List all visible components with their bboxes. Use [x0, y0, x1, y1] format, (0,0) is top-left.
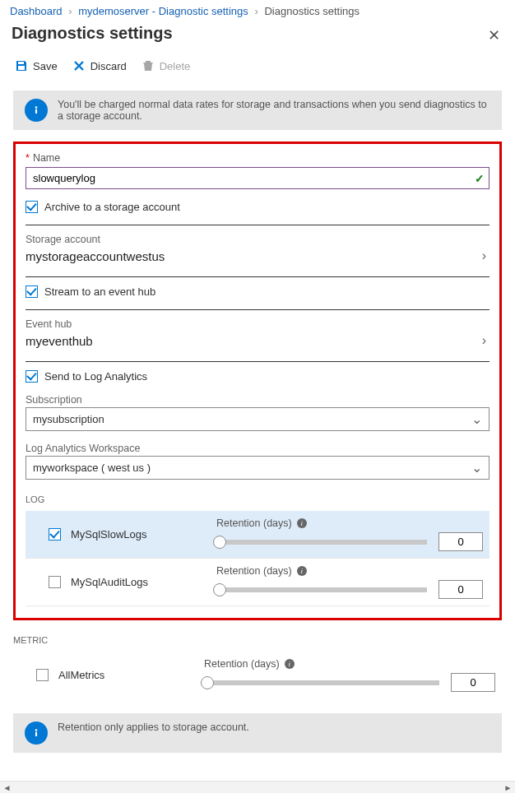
info-small-icon: i: [285, 659, 295, 669]
info-banner-bottom: Retention only applies to storage accoun…: [13, 713, 502, 753]
svg-point-2: [35, 729, 38, 731]
log-analytics-checkbox[interactable]: [26, 370, 38, 383]
workspace-label: Log Analytics Workspace: [26, 443, 489, 454]
workspace-value: myworkspace ( west us ): [33, 462, 151, 474]
horizontal-scrollbar[interactable]: ◄ ►: [0, 781, 515, 793]
name-label: *Name: [26, 152, 489, 164]
log-checkbox[interactable]: [49, 576, 61, 588]
delete-label: Delete: [160, 60, 191, 72]
storage-account-value: mystorageaccountwestus: [26, 249, 165, 263]
log-name: MySqlSlowLogs: [71, 528, 147, 541]
log-name: MySqlAuditLogs: [71, 576, 148, 588]
chevron-down-icon: ⌄: [471, 411, 482, 427]
info-text: You'll be charged normal data rates for …: [58, 99, 490, 122]
chevron-down-icon: ⌄: [471, 460, 482, 476]
log-row: MySqlSlowLogs Retention (days) i: [26, 511, 489, 559]
stream-checkbox[interactable]: [26, 285, 38, 298]
highlighted-region: *Name ✓ Archive to a storage account Sto…: [13, 142, 502, 620]
info-icon: [25, 722, 48, 745]
storage-account-picker[interactable]: mystorageaccountwestus ›: [26, 247, 489, 271]
log-analytics-label: Send to Log Analytics: [44, 370, 147, 383]
breadcrumb: Dashboard › mydemoserver - Diagnostic se…: [0, 0, 515, 21]
storage-account-label: Storage account: [26, 234, 489, 245]
subscription-value: mysubscription: [33, 413, 104, 425]
archive-checkbox[interactable]: [26, 201, 38, 213]
log-section-heading: LOG: [26, 494, 489, 504]
retention-slider[interactable]: [204, 680, 439, 685]
info-small-icon: i: [297, 566, 307, 576]
archive-label: Archive to a storage account: [44, 201, 180, 213]
retention-label: Retention (days): [204, 658, 280, 670]
metric-name: AllMetrics: [58, 669, 104, 681]
scroll-right-arrow[interactable]: ►: [501, 782, 515, 794]
discard-button[interactable]: Discard: [72, 59, 127, 72]
check-icon: ✓: [475, 172, 485, 185]
scroll-left-arrow[interactable]: ◄: [0, 782, 14, 794]
save-button[interactable]: Save: [15, 59, 58, 72]
metric-section-heading: METRIC: [13, 635, 502, 645]
retention-input[interactable]: [438, 532, 483, 551]
toolbar: Save Discard Delete: [0, 54, 515, 81]
retention-label: Retention (days): [216, 565, 292, 577]
trash-icon: [142, 59, 155, 72]
metric-checkbox[interactable]: [36, 669, 49, 681]
chevron-right-icon: ›: [482, 248, 486, 263]
delete-button: Delete: [142, 59, 191, 72]
svg-rect-1: [35, 109, 37, 114]
log-checkbox[interactable]: [49, 528, 61, 541]
log-row: MySqlAuditLogs Retention (days) i: [26, 559, 489, 606]
svg-rect-3: [35, 732, 37, 736]
name-input[interactable]: [26, 167, 489, 189]
retention-label: Retention (days): [216, 517, 292, 529]
close-button[interactable]: ✕: [485, 23, 503, 48]
retention-input[interactable]: [451, 673, 495, 692]
breadcrumb-sep: ›: [68, 5, 72, 17]
retention-slider[interactable]: [216, 587, 427, 592]
breadcrumb-current: Diagnostics settings: [264, 5, 360, 17]
discard-icon: [72, 59, 86, 72]
metric-row: AllMetrics Retention (days) i: [13, 652, 502, 698]
info-small-icon: i: [297, 518, 307, 528]
subscription-label: Subscription: [26, 394, 489, 406]
save-icon: [15, 59, 28, 72]
retention-input[interactable]: [438, 580, 483, 599]
event-hub-label: Event hub: [26, 318, 489, 330]
info-text: Retention only applies to storage accoun…: [58, 722, 249, 733]
info-banner-top: You'll be charged normal data rates for …: [13, 90, 502, 130]
breadcrumb-sep: ›: [254, 5, 258, 17]
save-label: Save: [33, 60, 58, 72]
breadcrumb-link[interactable]: mydemoserver - Diagnostic settings: [78, 5, 248, 17]
stream-label: Stream to an event hub: [44, 285, 155, 298]
event-hub-value: myeventhub: [26, 334, 93, 348]
workspace-select[interactable]: myworkspace ( west us ) ⌄: [26, 456, 489, 480]
page-title: Diagnostics settings: [12, 24, 173, 43]
retention-slider[interactable]: [216, 540, 427, 545]
svg-point-0: [35, 106, 38, 109]
breadcrumb-link[interactable]: Dashboard: [10, 5, 63, 17]
info-icon: [25, 99, 48, 122]
chevron-right-icon: ›: [482, 333, 486, 348]
subscription-select[interactable]: mysubscription ⌄: [26, 407, 489, 431]
discard-label: Discard: [90, 60, 127, 72]
event-hub-picker[interactable]: myeventhub ›: [26, 332, 489, 356]
